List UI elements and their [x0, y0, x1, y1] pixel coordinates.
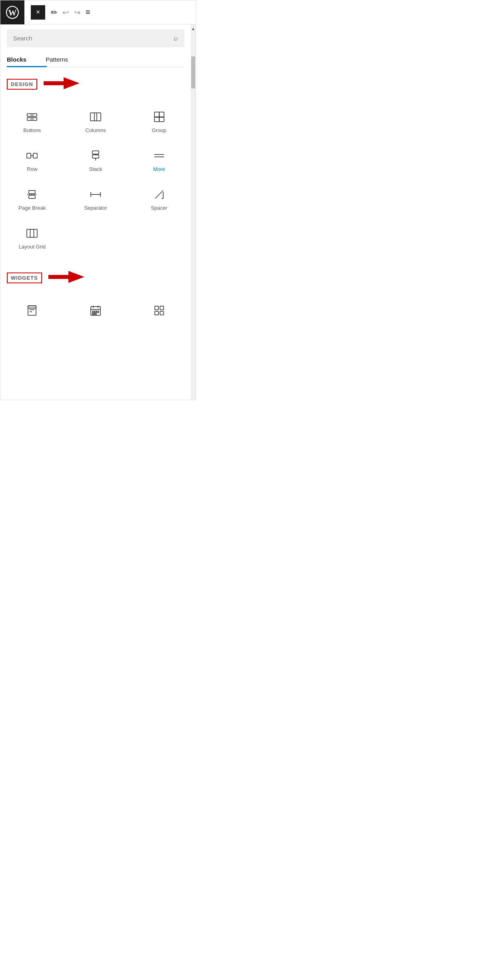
svg-rect-12: [154, 117, 159, 122]
svg-line-29: [155, 190, 163, 198]
svg-rect-17: [92, 151, 99, 154]
svg-rect-51: [155, 306, 158, 310]
search-icon: ⌕: [174, 34, 178, 42]
design-label: DESIGN: [7, 79, 37, 90]
svg-rect-53: [155, 311, 158, 315]
svg-rect-50: [95, 313, 96, 315]
block-more[interactable]: More: [127, 141, 191, 180]
tab-blocks[interactable]: Blocks: [7, 52, 36, 67]
svg-rect-11: [159, 112, 164, 117]
block-layout-grid[interactable]: Layout Grid: [0, 219, 64, 258]
svg-rect-49: [92, 313, 94, 315]
scrollbar-thumb[interactable]: [191, 56, 195, 88]
block-spacer[interactable]: Spacer: [127, 180, 191, 219]
svg-rect-13: [159, 117, 164, 122]
block-stack[interactable]: Stack: [64, 141, 128, 180]
block-group[interactable]: Group: [127, 102, 191, 141]
menu-icon[interactable]: ≡: [86, 8, 90, 17]
block-columns[interactable]: Columns: [64, 102, 128, 141]
redo-icon[interactable]: ↪: [74, 8, 81, 17]
block-buttons-label: Buttons: [23, 127, 41, 133]
block-buttons[interactable]: Buttons: [0, 102, 64, 141]
widgets-section-header: WIDGETS: [7, 269, 184, 287]
design-blocks-grid: Buttons Columns Group: [0, 99, 191, 261]
svg-text:W: W: [8, 8, 17, 17]
svg-rect-14: [27, 153, 31, 158]
block-group-label: Group: [152, 127, 166, 133]
header: W × ✏ ↩ ↪ ≡: [0, 0, 196, 24]
block-widget-archives[interactable]: [0, 296, 64, 325]
search-input[interactable]: [13, 35, 174, 42]
svg-rect-32: [27, 229, 37, 237]
design-arrow: [44, 75, 80, 93]
svg-marker-2: [44, 77, 80, 89]
edit-icon[interactable]: ✏: [51, 8, 58, 17]
widgets-blocks-grid: [0, 293, 191, 328]
block-row-label: Row: [27, 166, 37, 172]
main-content: ⌕ Blocks Patterns DESIGN Buttons: [0, 24, 196, 328]
block-page-break[interactable]: Page Break: [0, 180, 64, 219]
svg-rect-7: [90, 113, 101, 121]
block-spacer-label: Spacer: [151, 205, 167, 211]
svg-marker-35: [48, 271, 84, 283]
svg-rect-24: [29, 195, 35, 198]
svg-rect-46: [92, 311, 94, 313]
block-columns-label: Columns: [85, 127, 106, 133]
svg-rect-10: [154, 112, 159, 117]
block-separator[interactable]: Separator: [64, 180, 128, 219]
tabs-container: Blocks Patterns: [7, 52, 184, 67]
svg-rect-52: [160, 306, 164, 310]
svg-rect-15: [33, 153, 37, 158]
block-row[interactable]: Row: [0, 141, 64, 180]
svg-rect-18: [92, 155, 99, 158]
block-separator-label: Separator: [84, 205, 107, 211]
wp-logo[interactable]: W: [0, 0, 24, 24]
design-section-header: DESIGN: [7, 75, 184, 93]
block-widget-calendar[interactable]: [64, 296, 128, 325]
block-page-break-label: Page Break: [18, 205, 46, 211]
close-button[interactable]: ×: [31, 5, 45, 20]
widgets-arrow: [48, 269, 84, 287]
block-stack-label: Stack: [89, 166, 102, 172]
svg-rect-54: [160, 311, 164, 315]
scrollbar[interactable]: ▲ ▼: [191, 24, 196, 400]
block-layout-grid-label: Layout Grid: [19, 244, 46, 250]
search-container: ⌕: [7, 29, 184, 47]
widgets-label: WIDGETS: [7, 273, 42, 283]
block-widget-categories[interactable]: [127, 296, 191, 325]
svg-rect-40: [28, 306, 36, 308]
svg-rect-23: [29, 190, 35, 194]
scroll-up-arrow[interactable]: ▲: [191, 24, 196, 32]
undo-icon[interactable]: ↩: [62, 8, 69, 17]
tab-patterns[interactable]: Patterns: [36, 52, 68, 67]
svg-rect-48: [97, 311, 99, 313]
block-more-label: More: [153, 166, 165, 172]
svg-rect-47: [95, 311, 96, 313]
